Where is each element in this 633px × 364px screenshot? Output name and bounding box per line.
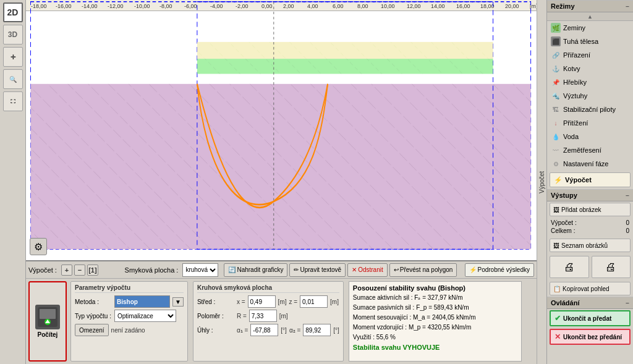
smykova-label: Smyková plocha :	[125, 266, 179, 274]
settings-gear-icon[interactable]: ⚙	[30, 238, 47, 255]
vypocet-lightning-icon: ⚡	[554, 176, 563, 184]
pocitej-label: Počítej	[38, 331, 58, 338]
main-content: -18,00 -16,00 -14,00 -12,00 -10,00 -8,00…	[26, 0, 537, 364]
bottom-panel: Výpočet : + − [1] Smyková plocha : kruho…	[26, 260, 537, 364]
vztuhy-icon: 🔩	[551, 91, 561, 101]
upravit-textove-button[interactable]: ✏ Upravit textově	[289, 263, 346, 277]
zoom-tool-button[interactable]: 🔍	[3, 69, 23, 89]
a2-input[interactable]	[303, 324, 331, 336]
ovladani-header: Ovládání −	[547, 297, 633, 309]
ukoncit-predat-label: Ukončit a předat	[563, 315, 611, 322]
zemotreseni-label: Zemětřesení	[563, 146, 601, 154]
celkem-value: 0	[626, 227, 629, 234]
scroll-up-btn[interactable]: ▲	[547, 12, 633, 21]
prevest-label: Převést na polygon	[400, 266, 453, 273]
ukoncit-bez-button[interactable]: ✕ Ukončit bez předání	[550, 329, 631, 345]
sum-pasivni-label: Sumace pasivních sil :	[353, 304, 415, 311]
upravit-textove-label: Upravit textově	[300, 266, 341, 273]
metoda-dropdown-btn[interactable]: ▼	[172, 297, 184, 307]
fa-value: 327,97 kN/m	[428, 294, 463, 301]
fit-tool-button[interactable]: ⛶	[3, 91, 23, 111]
canvas-svg[interactable]	[26, 0, 537, 260]
canvas-area[interactable]: -18,00 -16,00 -14,00 -12,00 -10,00 -8,00…	[26, 0, 537, 260]
z-label: z =	[289, 298, 297, 305]
remove-calc-button[interactable]: −	[74, 265, 85, 276]
a2-unit: [°]	[333, 327, 339, 334]
vztuhy-label: Výztuhy	[563, 92, 587, 99]
sidebar-item-piloty[interactable]: 🏗 Stabilizační piloty	[547, 103, 633, 116]
stred-label: Střed :	[197, 298, 234, 305]
r-input[interactable]	[249, 310, 277, 322]
x-input[interactable]	[248, 295, 276, 308]
sidebar-item-prirazeni[interactable]: 🔗 Přiřazení	[547, 48, 633, 62]
ovladani-label: Ovládání	[551, 299, 579, 307]
2d-mode-button[interactable]: 2D	[3, 2, 23, 22]
sidebar-item-tuha-telesa[interactable]: ⬛ Tuhá tělesa	[547, 35, 633, 48]
sidebar-item-kotvy[interactable]: ⚓ Kotvy	[547, 62, 633, 75]
print-button-1[interactable]: 🖨	[550, 256, 589, 278]
pridat-obrazek-button[interactable]: 🖼 Přidat obrázek	[550, 203, 631, 216]
prevest-na-polygon-button[interactable]: ↩ Převést na polygon	[389, 263, 457, 277]
zeminy-icon: 🌿	[551, 23, 561, 33]
typ-vypoctu-row: Typ výpočtu : Optimalizace	[75, 310, 184, 322]
sidebar-vypocet-button[interactable]: ⚡ Výpočet	[550, 172, 631, 187]
podrobne-vysledky-label: Podrobné výsledky	[478, 266, 530, 273]
check-green-icon: ✔	[554, 314, 561, 323]
omezeni-button[interactable]: Omezení	[75, 324, 109, 336]
sum-aktivni-label: Sumace aktivních sil :	[353, 294, 413, 301]
nahradit-graficky-button[interactable]: 🔄 Nahradit graficky	[224, 263, 287, 277]
vyuziti-label: Využití :	[353, 334, 375, 341]
sidebar-item-pritizeni[interactable]: ↓ Přitížení	[547, 116, 633, 130]
metoda-input[interactable]	[114, 295, 170, 308]
sidebar-item-zeminy[interactable]: 🌿 Zeminy	[547, 21, 633, 35]
podrobne-vysledky-button[interactable]: ⚡ Podrobné výsledky	[465, 263, 535, 277]
result-aktivni-row: Sumace aktivních sil : Fₐ = 327,97 kN/m	[353, 294, 517, 302]
kopirovat-pohled-button[interactable]: 📋 Kopírovat pohled	[550, 282, 631, 295]
refresh-icon: 🔄	[228, 266, 236, 273]
smykova-select[interactable]: kruhová	[182, 263, 218, 277]
sidebar-item-vztuhy[interactable]: 🔩 Výztuhy	[547, 89, 633, 103]
seznam-obrazku-button[interactable]: 🖼 Seznam obrázků	[550, 239, 631, 252]
z-input[interactable]	[300, 295, 328, 308]
svg-rect-8	[197, 59, 493, 74]
pritizeni-icon: ↓	[551, 118, 561, 128]
print-button-2[interactable]: 🖨	[592, 256, 631, 278]
omezeni-value: není zadáno	[111, 327, 145, 334]
pocitej-button[interactable]: Počítej	[28, 281, 67, 362]
kruhova-title: Kruhová smyková plocha	[197, 284, 339, 293]
rezime-label: Režimy	[551, 2, 575, 10]
a1-input[interactable]	[250, 324, 278, 336]
z-unit: [m]	[330, 298, 339, 305]
rezime-collapse-btn[interactable]: −	[626, 3, 629, 10]
celkem-count-row: Celkem : 0	[551, 227, 629, 234]
vypocet-count-label: Výpočet :	[551, 219, 577, 226]
piloty-icon: 🏗	[551, 104, 561, 114]
metoda-label: Metoda :	[75, 298, 112, 305]
sidebar-item-voda[interactable]: 💧 Voda	[547, 130, 633, 143]
outputs-collapse-btn[interactable]: −	[626, 192, 629, 199]
sidebar-item-hrebiky[interactable]: 📌 Hřebíky	[547, 75, 633, 89]
num-calc-button[interactable]: [1]	[87, 265, 98, 276]
add-calc-button[interactable]: +	[61, 265, 72, 276]
move-tool-button[interactable]: ✛	[3, 47, 23, 67]
moment-vzd-label: Moment vzdorující :	[353, 324, 407, 331]
fp-label: F_p =	[416, 304, 434, 311]
result-moment-ses-row: Moment sesouvající : M_a = 2404,05 kNm/m	[353, 313, 517, 322]
3d-mode-button[interactable]: 3D	[3, 25, 23, 44]
typ-vypoctu-select[interactable]: Optimalizace	[114, 310, 176, 322]
odstranit-button[interactable]: ✕ Odstranit	[347, 263, 388, 277]
sidebar-item-nastaveni-faze[interactable]: ⚙ Nastavení fáze	[547, 157, 633, 171]
prirazeni-label: Přiřazení	[563, 51, 590, 59]
metoda-row: Metoda : ▼	[75, 295, 184, 308]
param-group-title: Parametry výpočtu	[75, 284, 184, 293]
left-toolbar: 2D 3D ✛ 🔍 ⛶	[0, 0, 26, 364]
zemotreseni-icon: 〰	[551, 145, 561, 155]
result-pasivni-row: Sumace pasivních sil : F_p = 589,43 kN/m	[353, 303, 517, 312]
ovladani-collapse-btn[interactable]: −	[626, 300, 629, 307]
ukoncit-predat-button[interactable]: ✔ Ukončit a předat	[550, 310, 631, 326]
params-area: Parametry výpočtu Metoda : ▼ Typ výpočtu…	[70, 281, 534, 362]
tuha-telesa-icon: ⬛	[551, 36, 561, 46]
result-moment-vzd-row: Moment vzdorující : M_p = 4320,55 kNm/m	[353, 323, 517, 332]
sidebar-item-zemotreseni[interactable]: 〰 Zemětřesení	[547, 143, 633, 157]
calc-header-label: Výpočet :	[28, 266, 57, 274]
